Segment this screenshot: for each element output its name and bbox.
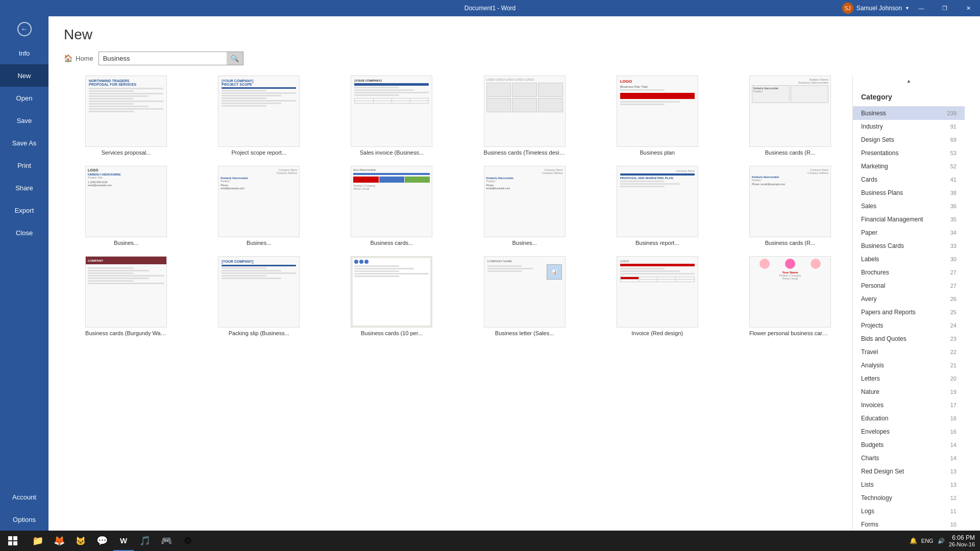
home-button[interactable]: 🏠 Home <box>64 51 99 65</box>
template-item[interactable]: [YOUR COMPANY]PROJECT SCOPE Project scop… <box>197 76 321 156</box>
sidebar-item-info[interactable]: Info <box>0 42 48 64</box>
category-item-cards[interactable]: Cards 41 <box>853 173 965 186</box>
category-item-envelopes[interactable]: Envelopes 16 <box>853 425 965 438</box>
sidebar-item-export[interactable]: Export <box>0 199 48 221</box>
start-button[interactable] <box>0 531 26 551</box>
close-button[interactable]: ✕ <box>957 0 980 16</box>
category-count: 14 <box>950 442 957 448</box>
category-item-travel[interactable]: Travel 22 <box>853 345 965 359</box>
titlebar: Document1 - Word SJ Samuel Johnson ▼ — ❐… <box>0 0 980 16</box>
back-arrow-icon[interactable]: ← <box>17 22 32 36</box>
category-item-nature[interactable]: Nature 19 <box>853 385 965 398</box>
category-count: 38 <box>950 190 957 196</box>
template-item[interactable]: NORTHWIND TRADERSPROPOSAL FOR SERVICES S… <box>64 76 188 156</box>
category-item-projects[interactable]: Projects 24 <box>853 319 965 332</box>
sidebar-item-close[interactable]: Close <box>0 221 48 244</box>
template-item[interactable]: Subject NameKimberly Abercrombie Kimberl… <box>728 76 852 156</box>
category-item-lists[interactable]: Lists 13 <box>853 478 965 491</box>
category-label: Labels <box>861 256 879 263</box>
category-item-logs[interactable]: Logs 11 <box>853 505 965 518</box>
category-item-industry[interactable]: Industry 91 <box>853 120 965 133</box>
template-item[interactable]: LOGO KIMBERLY ABERCROMBIE Position Title… <box>64 166 188 246</box>
back-button[interactable]: ← <box>0 16 48 42</box>
category-count: 16 <box>950 415 957 421</box>
template-item[interactable]: COMPANY NAME 📊 <box>462 256 587 336</box>
template-item[interactable]: Eco Abecrombie Position | CompanyPhone |… <box>329 166 454 246</box>
taskbar-clock[interactable]: 6:06 PM 26-Nov-16 <box>949 534 975 547</box>
taskbar-app-spotify[interactable]: 🎵 <box>135 531 155 551</box>
template-item[interactable]: Company Name PROPOSAL AND MARKETING PLAN… <box>595 166 720 246</box>
sidebar-item-save-as[interactable]: Save As <box>0 132 48 154</box>
scroll-up-button[interactable]: ▲ <box>853 76 965 86</box>
category-item-design-sets[interactable]: Design Sets 69 <box>853 133 965 146</box>
template-item[interactable]: [YOUR COMPANY] Packing slip (Business... <box>197 256 321 336</box>
category-item-personal[interactable]: Personal 27 <box>853 279 965 292</box>
minimize-button[interactable]: — <box>910 0 933 16</box>
category-item-red-design[interactable]: Red Design Set 13 <box>853 465 965 478</box>
template-item[interactable]: LOGO LOGO LOGO LOGO LOGO <box>462 76 587 156</box>
template-label: Invoice (Red design) <box>631 330 683 336</box>
firefox-icon: 🦊 <box>54 535 65 546</box>
taskbar-date: 26-Nov-16 <box>949 541 975 547</box>
user-dropdown-icon[interactable]: ▼ <box>905 6 910 11</box>
template-label: Business cards (R... <box>765 240 815 246</box>
taskbar-app-word[interactable]: W <box>113 531 134 551</box>
category-item-bids-quotes[interactable]: Bids and Quotes 23 <box>853 332 965 345</box>
sidebar-item-account[interactable]: Account <box>0 486 48 508</box>
template-item[interactable]: Company NameCompany Address Kimberly Abe… <box>462 166 587 246</box>
restore-button[interactable]: ❐ <box>933 0 957 16</box>
category-item-business-plans[interactable]: Business Plans 38 <box>853 186 965 199</box>
template-item[interactable]: Business cards (10 per... <box>329 256 454 336</box>
taskbar-app-firefox[interactable]: 🦊 <box>49 531 69 551</box>
taskbar-app-8[interactable]: ⚙ <box>178 531 198 551</box>
sidebar-item-open[interactable]: Open <box>0 87 48 109</box>
taskbar-sound-icon: 🔊 <box>938 538 945 544</box>
category-item-invoices[interactable]: Invoices 17 <box>853 398 965 412</box>
category-item-avery[interactable]: Avery 26 <box>853 292 965 306</box>
category-count: 34 <box>950 230 957 236</box>
taskbar-app-file-explorer[interactable]: 📁 <box>28 531 48 551</box>
category-count: 21 <box>950 362 957 368</box>
search-button[interactable]: 🔍 <box>227 52 243 65</box>
category-item-brochures[interactable]: Brochures 27 <box>853 266 965 279</box>
category-item-business-cards[interactable]: Business Cards 33 <box>853 239 965 253</box>
template-item[interactable]: LOGO [Business Plan Title] Business plan <box>595 76 720 156</box>
category-item-financial-management[interactable]: Financial Management 35 <box>853 213 965 226</box>
template-item[interactable]: COMPANY Busin <box>64 256 188 336</box>
template-item[interactable]: Company NameCompany Address Kimberly Abe… <box>728 166 852 246</box>
sidebar-item-print[interactable]: Print <box>0 154 48 177</box>
category-item-presentations[interactable]: Presentations 53 <box>853 146 965 160</box>
category-item-marketing[interactable]: Marketing 52 <box>853 160 965 173</box>
category-item-paper[interactable]: Paper 34 <box>853 226 965 239</box>
category-item-technology[interactable]: Technology 12 <box>853 491 965 505</box>
template-thumb: LOGO [Business Plan Title] <box>617 76 698 147</box>
category-item-sales[interactable]: Sales 36 <box>853 199 965 213</box>
category-item-charts[interactable]: Charts 14 <box>853 452 965 465</box>
taskbar-app-7[interactable]: 🎮 <box>156 531 177 551</box>
template-item[interactable]: Company NameCompany Address Kimberly Abe… <box>197 166 321 246</box>
template-item[interactable]: LOGO Invoice (Red design) <box>595 256 720 336</box>
template-label: Business cards (Timeless design,... <box>484 149 566 156</box>
search-input[interactable] <box>99 52 227 65</box>
category-item-letters[interactable]: Letters 20 <box>853 372 965 385</box>
category-label: Papers and Reports <box>861 309 916 316</box>
search-input-wrap: 🔍 <box>99 52 243 65</box>
category-item-analysis[interactable]: Analysis 21 <box>853 359 965 372</box>
templates-grid-wrap[interactable]: NORTHWIND TRADERSPROPOSAL FOR SERVICES S… <box>64 76 852 531</box>
sidebar-item-options[interactable]: Options <box>0 508 48 531</box>
sidebar-item-new[interactable]: New <box>0 64 48 87</box>
category-item-papers-reports[interactable]: Papers and Reports 25 <box>853 306 965 319</box>
home-icon: 🏠 <box>64 54 72 62</box>
taskbar-app-skype[interactable]: 💬 <box>92 531 112 551</box>
category-item-education[interactable]: Education 16 <box>853 412 965 425</box>
category-item-labels[interactable]: Labels 30 <box>853 253 965 266</box>
taskbar-app-3[interactable]: 🐱 <box>70 531 91 551</box>
sidebar-item-save[interactable]: Save <box>0 109 48 132</box>
category-item-forms[interactable]: Forms 10 <box>853 518 965 531</box>
sidebar-item-share[interactable]: Share <box>0 177 48 199</box>
category-item-budgets[interactable]: Budgets 14 <box>853 438 965 452</box>
category-item-business[interactable]: Business 239 <box>853 107 965 120</box>
template-item[interactable]: Your Name Position | CompanyPhone | emai… <box>728 256 852 336</box>
template-label: Business cards... <box>371 240 413 246</box>
template-item[interactable]: [YOUR COMPANY] Sales invoice (Business..… <box>329 76 454 156</box>
